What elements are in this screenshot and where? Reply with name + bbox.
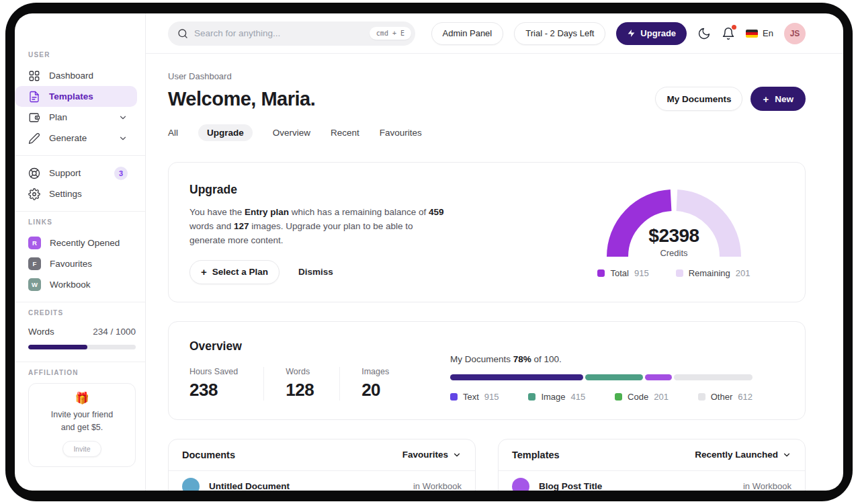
support-count-badge: 3 [114, 167, 128, 180]
plus-icon: + [763, 94, 769, 104]
divider [15, 302, 145, 302]
sidebar-item-label: Settings [49, 189, 82, 199]
legend-item-other: Other 612 [698, 392, 753, 402]
documents-filter-dropdown[interactable]: Favourites [402, 450, 462, 460]
notifications-button[interactable] [722, 27, 735, 40]
chevron-down-icon [452, 450, 462, 460]
bolt-icon [627, 29, 636, 38]
filter-tabs: All Upgrade Overview Recent Favourites [168, 123, 806, 142]
sidebar-item-dashboard[interactable]: Dashboard [15, 65, 137, 86]
tab-all[interactable]: All [168, 124, 178, 141]
app-window: USER Dashboard Templates Plan [15, 13, 843, 491]
new-button[interactable]: + New [750, 87, 806, 111]
upgrade-button[interactable]: Upgrade [616, 22, 687, 45]
affiliation-card: 🎁 Invite your friend and get $5. Invite [28, 383, 136, 467]
sidebar-link-workbook[interactable]: W Workbook [15, 274, 137, 295]
stats-row: Hours Saved 238 Words 128 Images 20 [189, 367, 436, 401]
search-icon [177, 28, 188, 39]
theme-toggle-button[interactable] [697, 27, 711, 40]
sidebar-item-generate[interactable]: Generate [15, 128, 137, 149]
document-row[interactable]: Untitled Document in Workbook [169, 471, 475, 491]
upgrade-card-left: Upgrade You have the Entry plan which ha… [189, 183, 450, 284]
legend-swatch [528, 393, 535, 401]
divider [15, 211, 145, 212]
gift-icon: 🎁 [34, 392, 130, 405]
user-avatar[interactable]: JS [784, 23, 806, 44]
gauge-label: Credits [600, 248, 748, 258]
divider [15, 155, 145, 156]
search-input[interactable] [194, 28, 370, 38]
content-area: User Dashboard Welcome, Maria. My Docume… [146, 54, 843, 491]
credits-progressbar [28, 345, 136, 349]
template-title: Blog Post Title [539, 481, 602, 491]
gear-icon [28, 188, 40, 200]
my-documents-button[interactable]: My Documents [655, 87, 742, 111]
template-avatar [512, 478, 529, 491]
affiliation-text: Invite your friend and get $5. [34, 409, 130, 433]
pencil-icon [28, 132, 40, 144]
search-bar[interactable]: cmd + E [168, 22, 415, 46]
bar-segment-other [674, 374, 753, 380]
document-location: in Workbook [413, 481, 462, 491]
legend-swatch [676, 269, 683, 277]
legend-item-text: Text 915 [450, 392, 499, 402]
tab-overview[interactable]: Overview [273, 124, 310, 141]
templates-card: Templates Recently Launched Blog Post Ti… [498, 439, 806, 491]
dismiss-button[interactable]: Dismiss [298, 267, 333, 277]
sidebar-item-support[interactable]: Support 3 [15, 163, 137, 183]
chevron-down-icon [118, 134, 128, 143]
main-area: cmd + E Admin Panel Trial - 2 Days Left … [146, 13, 843, 491]
upgrade-card-actions: + Select a Plan Dismiss [189, 260, 450, 284]
sidebar-item-settings[interactable]: Settings [15, 183, 137, 204]
select-plan-button[interactable]: + Select a Plan [189, 260, 280, 284]
document-avatar [182, 478, 200, 491]
credits-gauge: $2398 Credits Total 915 Remaining [590, 183, 758, 284]
documents-card: Documents Favourites Untitled Document i… [168, 439, 476, 491]
grid-icon [28, 70, 40, 82]
legend-swatch [615, 393, 622, 401]
bottom-row: Documents Favourites Untitled Document i… [168, 439, 806, 491]
legend-swatch [698, 393, 705, 401]
overview-card-title: Overview [189, 339, 436, 353]
legend-item-code: Code 201 [615, 392, 669, 402]
stat-hours-saved: Hours Saved 238 [189, 367, 264, 401]
template-row[interactable]: Blog Post Title in Workbook [499, 471, 805, 491]
breadcrumb: User Dashboard [168, 71, 806, 81]
sidebar-link-recently-opened[interactable]: R Recently Opened [15, 233, 137, 253]
device-frame: USER Dashboard Templates Plan [5, 3, 853, 501]
gauge-legend: Total 915 Remaining 201 [597, 268, 750, 278]
link-initial-badge: F [28, 257, 41, 270]
divider [15, 362, 145, 362]
file-text-icon [28, 91, 40, 103]
search-shortcut-badge: cmd + E [370, 27, 411, 40]
templates-card-title: Templates [512, 450, 560, 460]
topbar: cmd + E Admin Panel Trial - 2 Days Left … [146, 13, 843, 54]
sidebar-item-plan[interactable]: Plan [15, 107, 137, 128]
templates-filter-dropdown[interactable]: Recently Launched [695, 450, 791, 460]
tab-recent[interactable]: Recent [331, 124, 359, 141]
admin-panel-button[interactable]: Admin Panel [431, 22, 504, 45]
tab-upgrade[interactable]: Upgrade [198, 124, 253, 141]
overview-left: Overview Hours Saved 238 Words 128 Image… [189, 339, 436, 402]
sidebar-item-templates[interactable]: Templates [15, 86, 137, 107]
language-selector[interactable]: En [746, 28, 773, 38]
language-label: En [763, 28, 773, 38]
topbar-actions: Admin Panel Trial - 2 Days Left Upgrade [431, 22, 806, 45]
documents-card-header: Documents Favourites [169, 439, 475, 470]
templates-card-header: Templates Recently Launched [499, 439, 805, 470]
chevron-down-icon [782, 450, 791, 460]
legend-swatch [597, 269, 605, 277]
sidebar-item-label: Workbook [50, 280, 91, 290]
invite-button[interactable]: Invite [62, 441, 101, 457]
section-label-links: LINKS [15, 218, 145, 226]
gauge-value: $2398 [600, 225, 748, 247]
sidebar-item-label: Dashboard [49, 71, 93, 81]
stat-images: Images 20 [361, 367, 415, 401]
gauge-center: $2398 Credits [600, 225, 748, 258]
template-location: in Workbook [743, 481, 791, 491]
title-actions: My Documents + New [655, 87, 806, 111]
sidebar-link-favourites[interactable]: F Favourites [15, 253, 137, 274]
documents-progress: My Documents 78% of 100. Text 915 [450, 354, 753, 402]
credits-words-row: Words 234 / 1000 [15, 323, 136, 339]
tab-favourites[interactable]: Favourites [380, 124, 422, 141]
